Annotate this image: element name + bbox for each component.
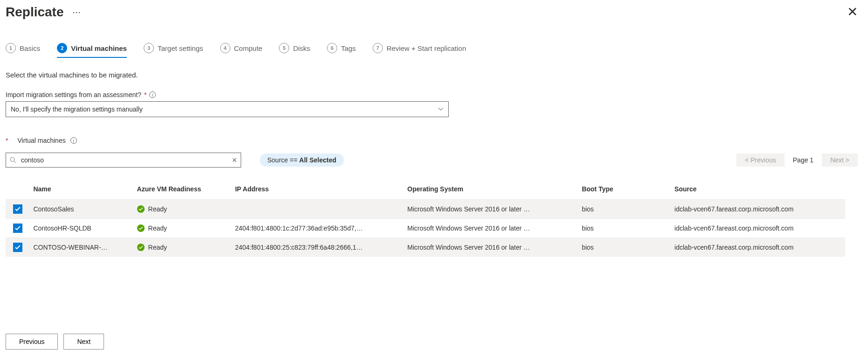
- step-number: 7: [373, 43, 383, 53]
- tab-target-settings[interactable]: 3 Target settings: [144, 43, 203, 58]
- info-icon[interactable]: i: [149, 91, 156, 98]
- vm-name: ContosoSales: [29, 200, 133, 219]
- vm-section-label: Virtual machines: [17, 137, 65, 144]
- pager-next-button[interactable]: Next >: [822, 154, 858, 167]
- operating-system: Microsoft Windows Server 2016 or later …: [403, 200, 578, 219]
- step-number: 4: [220, 43, 230, 53]
- tab-compute[interactable]: 4 Compute: [220, 43, 263, 58]
- filter-key: Source ==: [267, 156, 298, 164]
- svg-line-1: [14, 161, 16, 163]
- step-label: Compute: [234, 44, 263, 52]
- wizard-tabs: 1 Basics 2 Virtual machines 3 Target set…: [6, 43, 862, 58]
- info-icon[interactable]: i: [70, 137, 77, 144]
- step-label: Target settings: [158, 44, 203, 52]
- row-checkbox[interactable]: [13, 243, 22, 252]
- check-circle-icon: [137, 244, 145, 251]
- ip-address: 2404:f801:4800:25:c823:79ff:6a48:2666,1…: [231, 238, 403, 257]
- dropdown-value: No, I'll specify the migration settings …: [11, 105, 143, 113]
- operating-system: Microsoft Windows Server 2016 or later …: [403, 219, 578, 238]
- step-number: 1: [6, 43, 16, 53]
- col-os[interactable]: Operating System: [403, 181, 578, 200]
- step-label: Disks: [293, 44, 310, 52]
- step-label: Tags: [341, 44, 356, 52]
- check-circle-icon: [137, 224, 145, 232]
- boot-type: bios: [578, 238, 671, 257]
- close-icon[interactable]: ✕: [847, 6, 862, 19]
- vm-search-input[interactable]: [20, 156, 228, 164]
- clear-search-icon[interactable]: ×: [232, 156, 237, 164]
- import-assessment-dropdown[interactable]: No, I'll specify the migration settings …: [6, 101, 449, 117]
- page-title: Replicate: [6, 5, 64, 20]
- check-circle-icon: [137, 205, 145, 213]
- vm-name: CONTOSO-WEBINAR-…: [29, 238, 133, 257]
- step-number: 3: [144, 43, 154, 53]
- row-checkbox[interactable]: [13, 224, 22, 233]
- readiness-value: Ready: [148, 244, 167, 251]
- step-number: 2: [57, 43, 67, 53]
- tab-virtual-machines[interactable]: 2 Virtual machines: [57, 43, 127, 58]
- source: idclab-vcen67.fareast.corp.microsoft.com: [671, 238, 845, 257]
- more-actions-icon[interactable]: ⋯: [72, 7, 82, 17]
- source: idclab-vcen67.fareast.corp.microsoft.com: [671, 219, 845, 238]
- tab-basics[interactable]: 1 Basics: [6, 43, 40, 58]
- boot-type: bios: [578, 219, 671, 238]
- step-number: 6: [327, 43, 337, 53]
- import-assessment-label: Import migration settings from an assess…: [6, 91, 141, 98]
- search-icon: [10, 157, 16, 163]
- row-checkbox[interactable]: [13, 204, 22, 214]
- table-row[interactable]: ContosoHR-SQLDBReady2404:f801:4800:1c:2d…: [6, 219, 845, 238]
- ip-address: [231, 200, 403, 219]
- table-row[interactable]: CONTOSO-WEBINAR-…Ready2404:f801:4800:25:…: [6, 238, 845, 257]
- section-description: Select the virtual machines to be migrat…: [6, 71, 862, 79]
- operating-system: Microsoft Windows Server 2016 or later …: [403, 238, 578, 257]
- col-name[interactable]: Name: [29, 181, 133, 200]
- readiness-value: Ready: [148, 224, 167, 232]
- col-source[interactable]: Source: [671, 181, 845, 200]
- tab-tags[interactable]: 6 Tags: [327, 43, 356, 58]
- required-indicator: *: [144, 91, 146, 98]
- vm-name: ContosoHR-SQLDB: [29, 219, 133, 238]
- boot-type: bios: [578, 200, 671, 219]
- chevron-down-icon: [438, 107, 444, 111]
- step-label: Virtual machines: [71, 44, 127, 52]
- source-filter-pill[interactable]: Source == All Selected: [260, 154, 344, 167]
- tab-review[interactable]: 7 Review + Start replication: [373, 43, 466, 58]
- pager-previous-button[interactable]: < Previous: [736, 154, 785, 167]
- step-label: Basics: [20, 44, 40, 52]
- source: idclab-vcen67.fareast.corp.microsoft.com: [671, 200, 845, 219]
- col-boot[interactable]: Boot Type: [578, 181, 671, 200]
- col-readiness[interactable]: Azure VM Readiness: [133, 181, 231, 200]
- step-label: Review + Start replication: [387, 44, 466, 52]
- tab-disks[interactable]: 5 Disks: [279, 43, 310, 58]
- vm-search-box[interactable]: ×: [6, 153, 241, 168]
- col-ip[interactable]: IP Address: [231, 181, 403, 200]
- svg-point-0: [10, 157, 14, 161]
- required-indicator: *: [6, 137, 8, 144]
- vm-table: Name Azure VM Readiness IP Address Opera…: [6, 181, 845, 257]
- readiness-value: Ready: [148, 205, 167, 213]
- step-number: 5: [279, 43, 289, 53]
- ip-address: 2404:f801:4800:1c:2d77:36ad:e95b:35d7,…: [231, 219, 403, 238]
- pager-info: Page 1: [793, 156, 813, 164]
- filter-value: All Selected: [299, 156, 336, 164]
- table-row[interactable]: ContosoSalesReadyMicrosoft Windows Serve…: [6, 200, 845, 219]
